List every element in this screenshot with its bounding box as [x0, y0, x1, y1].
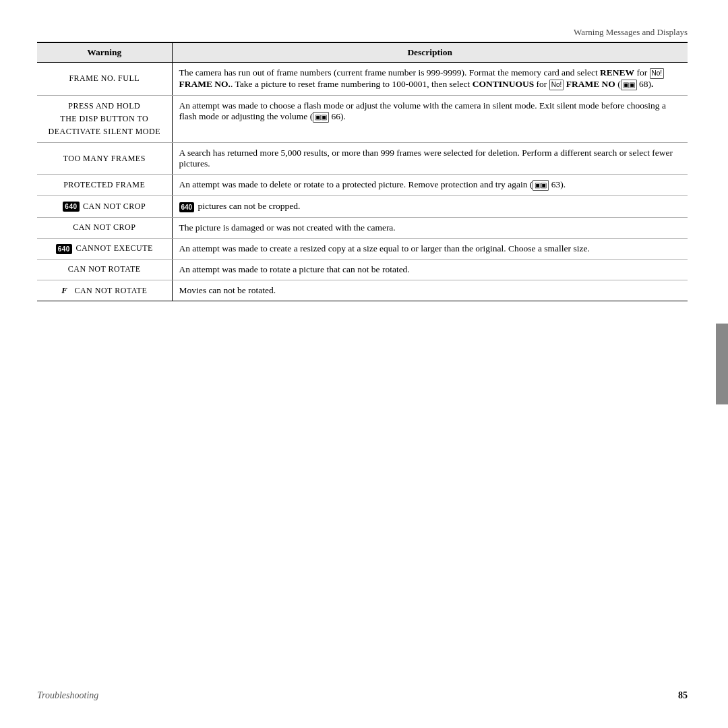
table-row: F CAN NOT ROTATE Movies can not be rotat… [37, 280, 688, 301]
table-row: CAN NOT ROTATE An attempt was made to ro… [37, 259, 688, 280]
col-warning-header: Warning [37, 43, 172, 63]
icon-640: 640 [63, 202, 79, 212]
description-cell: An attempt was made to delete or rotate … [172, 175, 688, 196]
table-row: 640 CAN NOT CROP 640 pictures can not be… [37, 196, 688, 217]
ref-icon: ▣▣ [313, 112, 329, 123]
table-row: CAN NOT CROP The picture is damaged or w… [37, 217, 688, 238]
table-row: PRESS AND HOLDTHE DISP BUTTON TODEACTIVA… [37, 95, 688, 143]
description-cell: An attempt was made to choose a flash mo… [172, 95, 688, 143]
footer-right: 85 [678, 690, 688, 701]
right-tab [716, 324, 728, 404]
warning-table: Warning Description FRAME NO. FULL The c… [37, 42, 688, 301]
movie-icon: F [61, 285, 67, 296]
table-header-row: Warning Description [37, 43, 688, 63]
page-header: Warning Messages and Displays [37, 27, 688, 42]
table-row: PROTECTED FRAME An attempt was made to d… [37, 175, 688, 196]
description-cell: An attempt was made to rotate a picture … [172, 259, 688, 280]
table-row: 640 CANNOT EXECUTE An attempt was made t… [37, 238, 688, 259]
warning-cell: 640 CANNOT EXECUTE [37, 238, 172, 259]
table-row: FRAME NO. FULL The camera has run out of… [37, 63, 688, 96]
warning-cell: 640 CAN NOT CROP [37, 196, 172, 217]
warning-cell: FRAME NO. FULL [37, 63, 172, 96]
warning-cell: CAN NOT CROP [37, 217, 172, 238]
warning-cell: PRESS AND HOLDTHE DISP BUTTON TODEACTIVA… [37, 95, 172, 143]
description-cell: A search has returned more 5,000 results… [172, 143, 688, 175]
icon-640: 640 [179, 202, 195, 212]
description-cell: The picture is damaged or was not create… [172, 217, 688, 238]
page-container: Warning Messages and Displays Warning De… [0, 0, 728, 728]
col-description-header: Description [172, 43, 688, 63]
description-cell: Movies can not be rotated. [172, 280, 688, 301]
ref-icon: ▣▣ [621, 80, 637, 90]
warning-cell: F CAN NOT ROTATE [37, 280, 172, 301]
description-cell: An attempt was made to create a resized … [172, 238, 688, 259]
warning-cell: TOO MANY FRAMES [37, 143, 172, 175]
ref-icon: No! [650, 68, 665, 79]
ref-icon: ▣▣ [533, 180, 549, 191]
description-cell: 640 pictures can not be cropped. [172, 196, 688, 217]
footer-left: Troubleshooting [37, 690, 98, 701]
description-cell: The camera has run out of frame numbers … [172, 63, 688, 96]
page-header-title: Warning Messages and Displays [574, 27, 688, 37]
icon-640: 640 [56, 244, 72, 254]
table-row: TOO MANY FRAMES A search has returned mo… [37, 143, 688, 175]
ref-icon: No! [549, 80, 564, 90]
warning-cell: CAN NOT ROTATE [37, 259, 172, 280]
warning-cell: PROTECTED FRAME [37, 175, 172, 196]
